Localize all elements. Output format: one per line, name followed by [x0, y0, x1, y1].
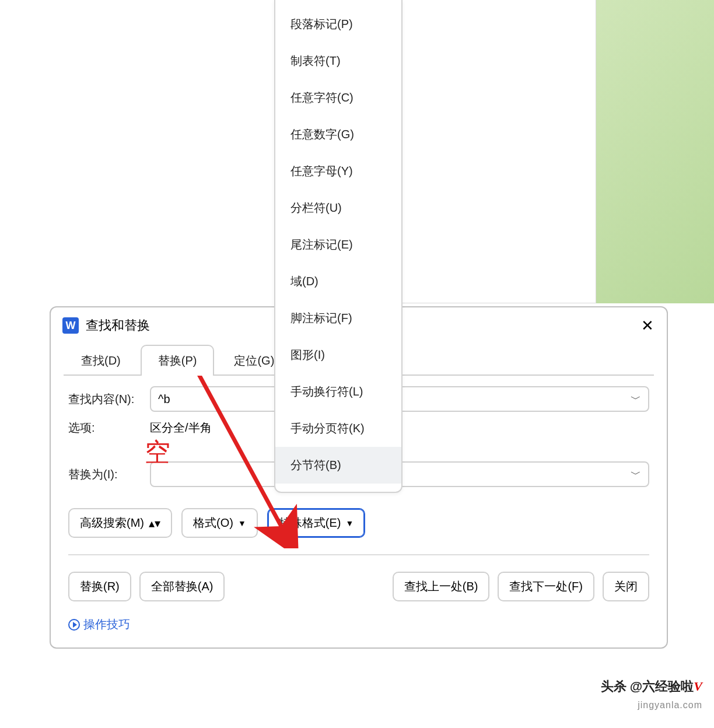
- menu-item[interactable]: 段落标记(P): [275, 6, 401, 43]
- advanced-search-label: 高级搜索(M): [80, 515, 144, 531]
- divider: [68, 554, 649, 555]
- chevron-down-icon: ▼: [238, 519, 246, 528]
- format-button[interactable]: 格式(O) ▼: [181, 508, 258, 538]
- options-value: 区分全/半角: [150, 420, 212, 436]
- close-icon[interactable]: ✕: [641, 318, 654, 333]
- replace-label: 替换为(I):: [68, 467, 150, 482]
- chevron-down-icon: ▼: [345, 519, 354, 528]
- menu-item[interactable]: 域(D): [275, 263, 401, 300]
- menu-item[interactable]: 任意数字(G): [275, 116, 401, 153]
- special-format-button[interactable]: 特殊格式(E) ▼: [267, 508, 366, 538]
- menu-item[interactable]: 分节符(B): [275, 447, 401, 484]
- replace-all-button[interactable]: 全部替换(A): [139, 572, 225, 601]
- find-label: 查找内容(N):: [68, 391, 150, 407]
- menu-item[interactable]: 任意字母(Y): [275, 153, 401, 190]
- special-format-label: 特殊格式(E): [279, 515, 341, 531]
- watermark-line2: jingyanla.com: [638, 700, 702, 710]
- format-label: 格式(O): [193, 515, 233, 531]
- menu-item[interactable]: 手动换行符(L): [275, 373, 401, 410]
- menu-item[interactable]: 手动分页符(K): [275, 410, 401, 447]
- tab-replace[interactable]: 替换(P): [141, 345, 215, 376]
- tab-find[interactable]: 查找(D): [64, 345, 138, 376]
- advanced-search-button[interactable]: 高级搜索(M) ▴▾: [68, 508, 172, 538]
- menu-item[interactable]: 任意字符(C): [275, 79, 401, 116]
- special-format-menu: 段落标记(P)制表符(T)任意字符(C)任意数字(G)任意字母(Y)分栏符(U)…: [274, 0, 402, 493]
- play-icon: [68, 619, 80, 631]
- replace-button[interactable]: 替换(R): [68, 572, 131, 601]
- app-icon: W: [62, 317, 79, 334]
- menu-item[interactable]: 制表符(T): [275, 43, 401, 79]
- menu-item[interactable]: 尾注标记(E): [275, 226, 401, 263]
- tips-link-label: 操作技巧: [83, 617, 130, 632]
- watermark-line1: 头杀 @六经验啦V: [601, 678, 702, 695]
- tips-link[interactable]: 操作技巧: [68, 617, 130, 632]
- close-button[interactable]: 关闭: [603, 572, 649, 601]
- menu-item[interactable]: 分栏符(U): [275, 190, 401, 226]
- dialog-title: 查找和替换: [86, 317, 150, 334]
- options-label: 选项:: [68, 420, 150, 436]
- menu-item[interactable]: 脚注标记(F): [275, 300, 401, 337]
- menu-item[interactable]: 图形(I): [275, 337, 401, 373]
- find-next-button[interactable]: 查找下一处(F): [498, 572, 594, 601]
- updown-icon: ▴▾: [149, 516, 160, 530]
- find-prev-button[interactable]: 查找上一处(B): [393, 572, 490, 601]
